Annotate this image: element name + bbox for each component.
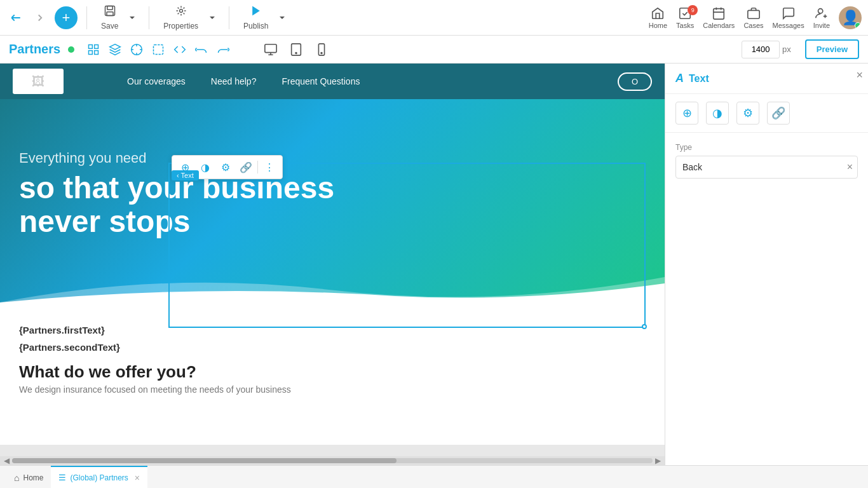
nav-calendars-label: Calendars <box>703 22 735 29</box>
hero-headline: so that your business never stops <box>19 172 337 239</box>
svg-rect-2 <box>107 12 113 16</box>
right-panel: A Text × ⊕ ◑ ⚙ 🔗 Type Back × <box>665 64 868 465</box>
layers-button[interactable] <box>106 41 124 58</box>
nav-icons: Home 9 Tasks Calendars Cases <box>649 6 862 29</box>
panel-style-button[interactable]: ◑ <box>706 102 729 125</box>
svg-rect-6 <box>714 8 724 19</box>
nav-link-help[interactable]: Need help? <box>211 76 257 86</box>
svg-rect-7 <box>748 10 759 18</box>
partner-second-text: {Partners.secondText} <box>19 339 646 356</box>
mobile-view-button[interactable] <box>312 40 331 59</box>
properties-dropdown-button[interactable] <box>205 11 220 24</box>
svg-rect-12 <box>95 50 98 54</box>
nav-link-coverages[interactable]: Our coverages <box>127 76 186 86</box>
nav-messages[interactable]: Messages <box>773 6 804 29</box>
select-button[interactable] <box>149 41 167 58</box>
back-nav-button[interactable] <box>6 10 25 26</box>
second-toolbar: Partners <box>0 36 868 64</box>
save-label: Save <box>101 22 118 30</box>
offer-title: What do we offer you? <box>19 362 646 382</box>
site-nav-cta-button[interactable]: O <box>618 72 652 91</box>
home-tab-label: Home <box>23 473 43 482</box>
panel-link-button[interactable]: 🔗 <box>767 102 790 125</box>
text-back-badge[interactable]: ‹ Text <box>172 170 199 180</box>
nav-invite[interactable]: Invite <box>813 6 830 29</box>
partners-tab-close[interactable]: × <box>135 473 140 483</box>
nav-invite-label: Invite <box>813 22 830 29</box>
partner-vars: {Partners.firstText} {Partners.secondTex… <box>19 322 646 356</box>
nav-home-label: Home <box>649 22 667 29</box>
element-settings-button[interactable]: ⚙ <box>217 158 234 176</box>
nav-home[interactable]: Home <box>649 6 667 29</box>
avatar[interactable]: 👤 <box>839 6 862 29</box>
forward-nav-button[interactable] <box>31 10 50 26</box>
bottom-tab-partners[interactable]: ☰ (Global) Partners × <box>51 466 147 489</box>
canvas-scroll[interactable]: 🖼 Our coverages Need help? Frequent Ques… <box>0 64 665 456</box>
element-link-button[interactable]: 🔗 <box>237 158 255 176</box>
element-style-button[interactable]: ◑ <box>196 158 214 176</box>
panel-settings-button[interactable]: ⚙ <box>736 102 759 125</box>
partner-first-text: {Partners.firstText} <box>19 322 646 339</box>
nav-calendars[interactable]: Calendars <box>703 6 735 29</box>
width-input-group: px <box>742 41 791 58</box>
bottom-tab-home[interactable]: ⌂ Home <box>6 466 51 489</box>
element-toolbar-separator <box>257 161 258 173</box>
redo-button[interactable] <box>214 41 232 58</box>
site-logo: 🖼 <box>13 69 64 94</box>
hero-headline-line2: never stops <box>19 205 190 238</box>
panel-close-button[interactable]: × <box>856 69 863 82</box>
nav-link-faq[interactable]: Frequent Questions <box>281 76 360 86</box>
publish-group: Publish <box>238 2 290 33</box>
bottom-bar: ⌂ Home ☰ (Global) Partners × <box>0 465 868 488</box>
save-dropdown-button[interactable] <box>125 11 140 24</box>
add-button[interactable]: + <box>55 6 78 29</box>
horizontal-scrollbar[interactable]: ◀ ▶ <box>0 456 665 465</box>
publish-label: Publish <box>243 22 268 30</box>
type-select[interactable]: Back <box>675 156 858 179</box>
grid-view-button[interactable] <box>85 41 102 58</box>
svg-rect-10 <box>95 44 98 48</box>
type-clear-button[interactable]: × <box>847 161 853 173</box>
scrollbar-track[interactable] <box>12 458 653 463</box>
undo-button[interactable] <box>193 41 210 58</box>
svg-rect-1 <box>107 6 112 10</box>
properties-button[interactable]: Properties <box>158 2 203 33</box>
navigation-button[interactable] <box>128 41 146 58</box>
page-status-dot <box>68 46 74 53</box>
scroll-left-arrow[interactable]: ◀ <box>1 456 12 465</box>
publish-dropdown-button[interactable] <box>275 11 290 24</box>
canvas-area: 🖼 Our coverages Need help? Frequent Ques… <box>0 64 665 465</box>
width-input[interactable] <box>742 41 780 58</box>
divider-2 <box>149 6 149 29</box>
main-area: 🖼 Our coverages Need help? Frequent Ques… <box>0 64 868 465</box>
avatar-online-indicator <box>855 22 861 29</box>
tablet-view-button[interactable] <box>287 40 306 59</box>
scroll-right-arrow[interactable]: ▶ <box>653 456 663 465</box>
scrollbar-thumb[interactable] <box>12 458 397 463</box>
svg-point-3 <box>179 10 182 13</box>
publish-button[interactable]: Publish <box>238 2 273 33</box>
divider-1 <box>86 6 87 29</box>
site-nav-links: Our coverages Need help? Frequent Questi… <box>127 76 360 86</box>
hero-section: ⊕ ◑ ⚙ 🔗 ⋮ ‹ Text Everything you ne <box>0 99 665 302</box>
panel-title-text: Text <box>689 73 709 85</box>
preview-button[interactable]: Preview <box>805 39 859 59</box>
site-nav: 🖼 Our coverages Need help? Frequent Ques… <box>0 64 665 99</box>
hero-wave <box>0 264 665 302</box>
svg-rect-9 <box>89 44 93 48</box>
panel-title-icon: A <box>675 72 684 85</box>
panel-move-button[interactable]: ⊕ <box>675 102 698 125</box>
element-more-button[interactable]: ⋮ <box>261 158 278 176</box>
nav-cases-label: Cases <box>743 22 763 29</box>
px-unit-label: px <box>782 44 791 54</box>
desktop-view-button[interactable] <box>261 40 280 59</box>
properties-icon <box>175 4 187 20</box>
divider-3 <box>229 6 229 29</box>
nav-cases[interactable]: Cases <box>743 6 763 29</box>
save-button[interactable]: Save <box>96 2 123 33</box>
code-button[interactable] <box>171 41 189 58</box>
properties-label: Properties <box>163 22 198 30</box>
nav-tasks[interactable]: 9 Tasks <box>676 6 694 29</box>
save-icon <box>104 4 116 20</box>
save-group: Save <box>96 2 140 33</box>
